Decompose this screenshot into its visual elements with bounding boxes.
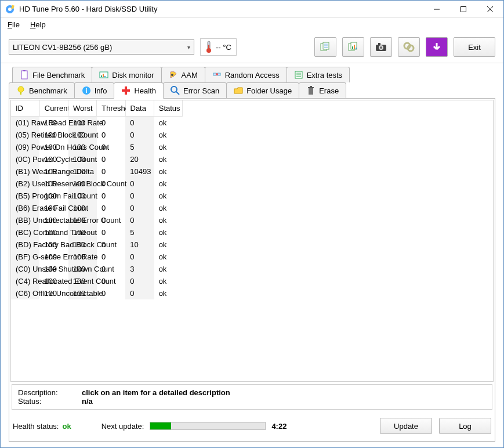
cell-id: (BC) Command Timeout xyxy=(11,226,39,239)
tab-folder-usage[interactable]: Folder Usage xyxy=(226,82,299,98)
copy-results-button[interactable] xyxy=(342,37,364,57)
maximize-button[interactable] xyxy=(450,1,477,18)
menu-file[interactable]: File xyxy=(8,20,20,29)
tab-random-access[interactable]: Random Access xyxy=(205,67,287,82)
table-row[interactable]: (B2) Used Reserved Block Count10010000ok xyxy=(11,178,183,190)
table-row[interactable]: (01) Raw Read Error Rate10010000ok xyxy=(11,117,183,129)
svg-rect-18 xyxy=(354,45,355,49)
exit-button[interactable]: Exit xyxy=(454,37,495,57)
screenshot-button[interactable] xyxy=(370,37,392,57)
save-button[interactable] xyxy=(426,37,448,57)
cell-id: (B1) Wear Range Delta xyxy=(11,165,39,178)
content-area: File BenchmarkDisk monitorAAMRandom Acce… xyxy=(1,63,503,447)
svg-point-46 xyxy=(171,86,177,92)
cell-threshold: 0 xyxy=(97,165,125,178)
svg-point-40 xyxy=(18,86,24,92)
col-id[interactable]: ID xyxy=(11,100,39,117)
exit-button-label: Exit xyxy=(468,43,481,52)
col-data[interactable]: Data xyxy=(125,100,154,117)
cell-id: (BB) Uncorrectable Error Count xyxy=(11,214,39,226)
cell-id: (BF) G-sense Error Rate xyxy=(11,251,39,263)
svg-text:i: i xyxy=(85,87,87,94)
col-worst[interactable]: Worst xyxy=(68,100,97,117)
tab-label: Health xyxy=(134,86,156,95)
svg-line-47 xyxy=(176,92,179,95)
col-threshold[interactable]: Threshold xyxy=(97,100,125,117)
tab-error-scan[interactable]: Error Scan xyxy=(163,82,227,98)
smart-table: ID Current Worst Threshold Data Status xyxy=(11,100,493,117)
info-icon: i xyxy=(82,86,91,95)
svg-rect-41 xyxy=(20,92,21,95)
cell-data: 0 xyxy=(125,214,154,226)
error-scan-icon xyxy=(171,86,180,95)
svg-rect-30 xyxy=(103,74,104,77)
drive-select[interactable]: LITEON CV1-8B256 (256 gB) ▾ xyxy=(9,39,194,55)
cell-data: 5 xyxy=(125,141,154,153)
tab-benchmark[interactable]: Benchmark xyxy=(9,82,75,98)
cell-data: 0 xyxy=(125,275,154,287)
description-value: click on an item for a detailed descript… xyxy=(82,388,230,397)
cell-data: 0 xyxy=(125,117,154,129)
footer: Health status: ok Next update: 4:22 Upda… xyxy=(10,410,494,440)
tab-label: Erase xyxy=(319,86,339,95)
cell-data: 20 xyxy=(125,153,154,165)
cell-threshold: 0 xyxy=(97,117,125,129)
cell-data: 0 xyxy=(125,287,154,299)
table-row[interactable]: (0C) Power Cycle Count100100020ok xyxy=(11,153,183,165)
svg-point-35 xyxy=(216,73,218,75)
minimize-button[interactable] xyxy=(423,1,450,18)
tab-disk-monitor[interactable]: Disk monitor xyxy=(92,67,161,82)
cell-status: ok xyxy=(154,129,183,141)
tab-health[interactable]: Health xyxy=(114,82,164,99)
table-row[interactable]: (09) Power On Hours Count10010005ok xyxy=(11,141,183,153)
close-button[interactable] xyxy=(477,1,503,18)
col-status[interactable]: Status xyxy=(154,100,182,117)
next-update-value: 4:22 xyxy=(271,422,287,431)
cell-threshold: 0 xyxy=(97,226,125,239)
cell-status: ok xyxy=(154,287,183,299)
cell-data: 10493 xyxy=(125,165,154,178)
next-update-label: Next update: xyxy=(101,422,144,431)
menu-help[interactable]: Help xyxy=(30,20,46,29)
smart-table-wrap: ID Current Worst Threshold Data Status xyxy=(10,100,494,382)
table-row[interactable]: (C4) Reallocated Event Count10010000ok xyxy=(11,275,183,287)
cell-data: 0 xyxy=(125,178,154,190)
svg-point-1 xyxy=(8,8,12,11)
cell-id: (01) Raw Read Error Rate xyxy=(11,117,39,129)
cell-id: (B2) Used Reserved Block Count xyxy=(11,178,39,190)
cell-status: ok xyxy=(154,202,183,214)
col-current[interactable]: Current xyxy=(39,100,68,117)
options-button[interactable] xyxy=(398,37,420,57)
table-row[interactable]: (C6) Offline Uncorrectable10010000ok xyxy=(11,287,183,299)
table-row[interactable]: (B1) Wear Range Delta100100010493ok xyxy=(11,165,183,178)
svg-point-32 xyxy=(171,74,173,76)
tab-file-benchmark[interactable]: File Benchmark xyxy=(12,67,92,82)
table-row[interactable]: (BF) G-sense Error Rate10010000ok xyxy=(11,251,183,263)
table-row[interactable]: (BC) Command Timeout10010005ok xyxy=(11,226,183,239)
table-row[interactable]: (B6) Erase Fail Count10010000ok xyxy=(11,202,183,214)
table-row[interactable]: (C0) Unsafe Shutdown Count10010003ok xyxy=(11,263,183,275)
drive-select-value: LITEON CV1-8B256 (256 gB) xyxy=(13,43,112,52)
tab-info[interactable]: iInfo xyxy=(74,82,115,98)
svg-rect-29 xyxy=(101,75,102,77)
tab-aam[interactable]: AAM xyxy=(161,67,205,82)
log-button[interactable]: Log xyxy=(439,418,491,434)
update-button[interactable]: Update xyxy=(380,418,432,434)
svg-rect-17 xyxy=(352,46,353,49)
table-row[interactable]: (BD) Factory Bad Block Count100100010ok xyxy=(11,239,183,251)
tab-label: Folder Usage xyxy=(246,86,292,95)
table-row[interactable]: (05) Retired Block Count10010000ok xyxy=(11,129,183,141)
smart-table-body-scroll[interactable]: (01) Raw Read Error Rate10010000ok(05) R… xyxy=(11,117,493,381)
svg-rect-49 xyxy=(308,87,314,88)
cell-data: 3 xyxy=(125,263,154,275)
table-row[interactable]: (BB) Uncorrectable Error Count10010000ok xyxy=(11,214,183,226)
tab-extra-tests[interactable]: Extra tests xyxy=(287,67,350,82)
cell-threshold: 0 xyxy=(97,287,125,299)
cell-status: ok xyxy=(154,165,183,178)
copy-info-button[interactable] xyxy=(314,37,336,57)
table-row[interactable]: (B5) Program Fail Count10010000ok xyxy=(11,190,183,202)
svg-rect-50 xyxy=(310,86,312,87)
toolbar: LITEON CV1-8B256 (256 gB) ▾ -- °C Exit xyxy=(1,32,503,63)
tab-erase[interactable]: Erase xyxy=(299,82,346,98)
svg-rect-2 xyxy=(11,5,14,9)
